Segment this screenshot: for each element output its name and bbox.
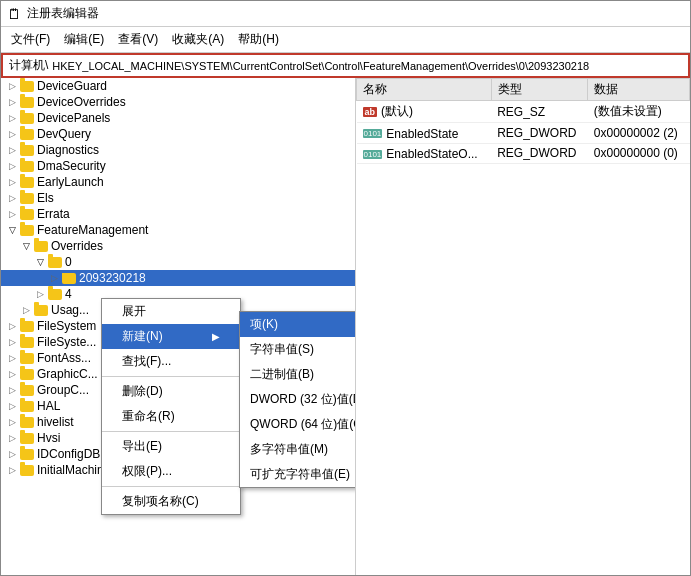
- tree-item-errata[interactable]: ▷ Errata: [1, 206, 355, 222]
- regedit-window: 🗒 注册表编辑器 文件(F) 编辑(E) 查看(V) 收藏夹(A) 帮助(H) …: [0, 0, 691, 576]
- expand-icon[interactable]: ▷: [5, 431, 19, 445]
- ctx-expand[interactable]: 展开: [102, 299, 240, 324]
- tree-item-devicepanels[interactable]: ▷ DevicePanels: [1, 110, 355, 126]
- table-row[interactable]: ab (默认) REG_SZ (数值未设置): [357, 101, 690, 123]
- folder-icon: [19, 463, 35, 477]
- folder-icon: [19, 223, 35, 237]
- expand-icon[interactable]: ▷: [5, 447, 19, 461]
- expand-icon[interactable]: ▷: [19, 303, 33, 317]
- item-label: EarlyLaunch: [37, 175, 104, 189]
- expand-icon[interactable]: ▷: [5, 191, 19, 205]
- ctx-copyname[interactable]: 复制项名称(C): [102, 489, 240, 514]
- item-label: DeviceGuard: [37, 79, 107, 93]
- tree-item-overrides[interactable]: ▽ Overrides: [1, 238, 355, 254]
- expand-icon[interactable]: ▷: [5, 367, 19, 381]
- folder-icon: [33, 303, 49, 317]
- reg-name: ab (默认): [357, 101, 492, 123]
- submenu-arrow: ▶: [212, 331, 220, 342]
- ctx-permissions[interactable]: 权限(P)...: [102, 459, 240, 484]
- expand-icon[interactable]: ▷: [5, 415, 19, 429]
- expand-icon[interactable]: ▷: [5, 399, 19, 413]
- tree-item-earlylaunch[interactable]: ▷ EarlyLaunch: [1, 174, 355, 190]
- item-label: Diagnostics: [37, 143, 99, 157]
- expand-icon[interactable]: ▷: [5, 383, 19, 397]
- address-label: 计算机\: [9, 57, 48, 74]
- item-label: Overrides: [51, 239, 103, 253]
- tree-item-dmasecurity[interactable]: ▷ DmaSecurity: [1, 158, 355, 174]
- tree-item-els[interactable]: ▷ Els: [1, 190, 355, 206]
- expand-icon[interactable]: ▽: [19, 239, 33, 253]
- tree-item-featuremanagement[interactable]: ▽ FeatureManagement: [1, 222, 355, 238]
- expand-icon[interactable]: ▷: [5, 127, 19, 141]
- tree-item-zero[interactable]: ▽ 0: [1, 254, 355, 270]
- item-label: FeatureManagement: [37, 223, 148, 237]
- menu-view[interactable]: 查看(V): [112, 29, 164, 50]
- menu-favorites[interactable]: 收藏夹(A): [166, 29, 230, 50]
- tree-item-2093230218[interactable]: ▷ 2093230218: [1, 270, 355, 286]
- submenu-key[interactable]: 项(K): [240, 312, 356, 337]
- expand-icon[interactable]: ▷: [5, 351, 19, 365]
- expand-icon[interactable]: ▷: [33, 287, 47, 301]
- submenu-expandstring[interactable]: 可扩充字符串值(E): [240, 462, 356, 487]
- item-label: hivelist: [37, 415, 74, 429]
- expand-icon[interactable]: ▽: [5, 223, 19, 237]
- expand-icon[interactable]: ▷: [47, 271, 61, 285]
- ctx-delete[interactable]: 删除(D): [102, 379, 240, 404]
- folder-icon: [47, 287, 63, 301]
- table-row[interactable]: 0101 EnabledStateO... REG_DWORD 0x000000…: [357, 143, 690, 164]
- submenu-dword32[interactable]: DWORD (32 位)值(D): [240, 387, 356, 412]
- reg-type: REG_SZ: [491, 101, 588, 123]
- folder-icon: [19, 111, 35, 125]
- right-pane: 名称 类型 数据 ab (默认) REG_SZ: [356, 78, 690, 575]
- expand-icon[interactable]: ▷: [5, 111, 19, 125]
- expand-icon[interactable]: ▷: [5, 79, 19, 93]
- expand-icon[interactable]: ▷: [5, 159, 19, 173]
- ctx-new[interactable]: 新建(N) ▶: [102, 324, 240, 349]
- item-label: FontAss...: [37, 351, 91, 365]
- item-label: 2093230218: [79, 271, 146, 285]
- item-label: DevicePanels: [37, 111, 110, 125]
- tree-pane[interactable]: ▷ DeviceGuard ▷ DeviceOverrides ▷ Device…: [1, 78, 356, 575]
- item-label: HAL: [37, 399, 60, 413]
- reg-type: REG_DWORD: [491, 123, 588, 144]
- ctx-find[interactable]: 查找(F)...: [102, 349, 240, 374]
- submenu-string[interactable]: 字符串值(S): [240, 337, 356, 362]
- folder-icon: [19, 415, 35, 429]
- expand-icon[interactable]: ▷: [5, 319, 19, 333]
- address-value: HKEY_LOCAL_MACHINE\SYSTEM\CurrentControl…: [52, 60, 682, 72]
- expand-icon[interactable]: ▷: [5, 335, 19, 349]
- submenu-qword64[interactable]: QWORD (64 位)值(Q): [240, 412, 356, 437]
- item-label: Els: [37, 191, 54, 205]
- folder-icon: [19, 447, 35, 461]
- context-menu: 展开 新建(N) ▶ 查找(F)... 删除(D) 重命名(R): [101, 298, 241, 515]
- item-label: 0: [65, 255, 72, 269]
- expand-icon[interactable]: ▷: [5, 175, 19, 189]
- menu-edit[interactable]: 编辑(E): [58, 29, 110, 50]
- ctx-export[interactable]: 导出(E): [102, 434, 240, 459]
- item-label: DmaSecurity: [37, 159, 106, 173]
- ab-badge: ab: [363, 107, 378, 117]
- expand-icon[interactable]: ▷: [5, 143, 19, 157]
- submenu-binary[interactable]: 二进制值(B): [240, 362, 356, 387]
- ctx-rename[interactable]: 重命名(R): [102, 404, 240, 429]
- reg-name: 0101 EnabledStateO...: [357, 143, 492, 164]
- reg-icon: ab (默认): [363, 103, 414, 120]
- expand-icon[interactable]: ▷: [5, 463, 19, 477]
- tree-item-diagnostics[interactable]: ▷ Diagnostics: [1, 142, 355, 158]
- menu-help[interactable]: 帮助(H): [232, 29, 285, 50]
- tree-item-deviceguard[interactable]: ▷ DeviceGuard: [1, 78, 355, 94]
- tree-item-devquery[interactable]: ▷ DevQuery: [1, 126, 355, 142]
- expand-icon[interactable]: ▷: [5, 95, 19, 109]
- item-label: Errata: [37, 207, 70, 221]
- submenu: 项(K) 字符串值(S) 二进制值(B) DWORD (32 位)值(D) QW…: [239, 311, 356, 488]
- folder-icon: [19, 431, 35, 445]
- folder-icon: [19, 207, 35, 221]
- expand-icon[interactable]: ▽: [33, 255, 47, 269]
- tree-item-deviceoverrides[interactable]: ▷ DeviceOverrides: [1, 94, 355, 110]
- submenu-multistring[interactable]: 多字符串值(M): [240, 437, 356, 462]
- regedit-icon: 🗒: [7, 6, 21, 22]
- table-row[interactable]: 0101 EnabledState REG_DWORD 0x00000002 (…: [357, 123, 690, 144]
- col-name: 名称: [357, 79, 492, 101]
- menu-file[interactable]: 文件(F): [5, 29, 56, 50]
- expand-icon[interactable]: ▷: [5, 207, 19, 221]
